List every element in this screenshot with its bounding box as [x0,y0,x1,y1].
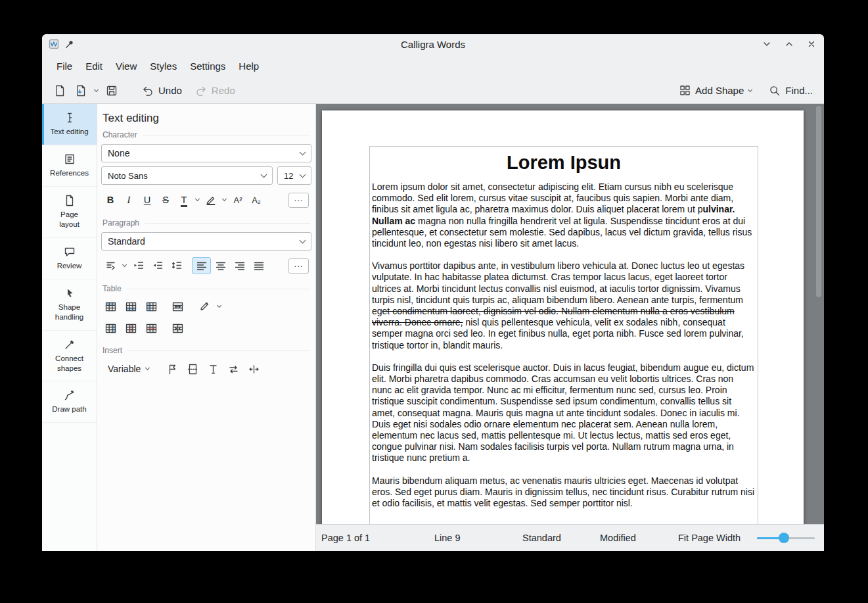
sidebar-item-references[interactable]: References [42,145,97,187]
text-segment: Duis fringilla dui quis est scelerisque … [372,362,754,464]
maximize-button[interactable] [783,38,795,50]
text-color-dropdown[interactable] [193,191,202,208]
underline-button[interactable]: U [138,191,156,208]
insert-text-frame-button[interactable] [204,360,223,377]
chevron-down-icon [217,303,221,308]
line-indicator: Line 9 [434,533,461,543]
menu-styles[interactable]: Styles [143,57,183,75]
increase-indent-button[interactable] [129,257,148,274]
menu-settings[interactable]: Settings [183,57,232,75]
menu-edit[interactable]: Edit [79,57,109,75]
main-toolbar: Undo Redo Add Shape Find... [42,78,824,104]
add-shape-button[interactable]: Add Shape [676,81,755,101]
autofit-button[interactable] [244,360,263,377]
delete-column-button[interactable] [122,320,141,337]
document-page[interactable]: Lorem Ipsun Lorem ipsum dolor sit amet, … [322,110,804,524]
chevron-down-icon [122,262,127,267]
sidebar-item-page-layout[interactable]: Page layout [42,187,97,238]
table-borders-button[interactable] [194,298,214,315]
font-family-dropdown[interactable]: Noto Sans [101,166,273,185]
menu-view[interactable]: View [109,57,143,75]
vertical-scrollbar[interactable] [815,106,822,522]
toggle-direction-button[interactable] [224,360,243,377]
insert-bookmark-button[interactable] [163,360,182,377]
font-size-dropdown[interactable]: 12 [277,166,311,185]
list-format-dropdown[interactable] [120,257,129,274]
new-document-button[interactable] [50,81,70,101]
sidebar-item-label: Draw path [52,404,86,414]
text-frame[interactable]: Lorem Ipsun Lorem ipsum dolor sit amet, … [369,146,758,524]
insert-variable-button[interactable]: Variable [101,360,156,377]
zoom-mode-button[interactable]: Fit Page Width [678,533,741,543]
titlebar[interactable]: Calligra Words [42,34,824,54]
save-button[interactable] [102,81,122,101]
insert-row-above-button[interactable] [101,298,120,315]
sidebar-item-shape-handling[interactable]: Shape handling [42,279,97,331]
zoom-slider-handle[interactable] [779,533,789,543]
find-button[interactable]: Find... [765,81,816,101]
undo-button[interactable]: Undo [139,81,185,101]
scrollbar-thumb[interactable] [816,106,821,297]
align-center-button[interactable] [211,257,230,274]
section-insert: Insert [103,346,310,355]
insert-row-below-button[interactable] [122,298,141,315]
redo-button[interactable]: Redo [192,81,239,101]
close-button[interactable] [806,38,817,50]
document-view: Lorem Ipsun Lorem ipsum dolor sit amet, … [316,104,824,551]
sidebar-item-review[interactable]: Review [42,238,97,279]
background-color-button[interactable] [202,191,220,208]
align-left-button[interactable] [192,257,211,274]
bold-button[interactable]: B [101,191,120,208]
decrease-indent-icon [152,260,164,272]
font-family-value: Noto Sans [108,171,148,181]
sidebar-item-draw-path[interactable]: Draw path [42,381,97,423]
menu-file[interactable]: File [50,57,79,75]
bookmark-flag-icon [167,364,178,375]
superscript-button[interactable]: A² [229,191,247,208]
insert-section-button[interactable] [183,360,202,377]
paragraph[interactable]: Lorem ipsum dolor sit amet, consectetur … [372,181,756,249]
paragraph-style-dropdown[interactable]: Standard [101,232,311,251]
split-cells-button[interactable] [168,320,187,337]
subscript-button[interactable]: A₂ [247,191,265,208]
undo-icon [142,85,154,97]
pin-icon[interactable] [64,39,74,49]
sidebar-item-connect-shapes[interactable]: Connect shapes [42,331,97,382]
menu-help[interactable]: Help [232,57,265,75]
character-style-dropdown[interactable]: None [101,144,311,162]
delete-row-button[interactable] [142,320,161,337]
zoom-slider[interactable] [757,532,815,544]
align-right-button[interactable] [230,257,249,274]
sidebar-item-text-editing[interactable]: Text editing [42,104,97,145]
decrease-indent-button[interactable] [148,257,167,274]
document-title[interactable]: Lorem Ipsun [372,152,756,174]
open-dropdown-button[interactable] [92,82,101,99]
merge-cells-icon [172,301,183,312]
align-justify-button[interactable] [249,257,268,274]
paragraph[interactable]: Vivamus porttitor dapibus ante, in vesti… [372,260,756,351]
increase-indent-icon [133,260,145,272]
document-canvas[interactable]: Lorem Ipsun Lorem ipsum dolor sit amet, … [316,104,824,524]
italic-button[interactable]: I [120,191,138,208]
list-format-button[interactable] [101,257,120,274]
text-editing-icon [64,112,76,124]
chevron-down-icon [195,197,200,201]
paragraph[interactable]: Mauris bibendum aliquam metus, ac venena… [372,475,756,510]
character-style-value: None [108,148,129,158]
open-document-button[interactable] [71,81,91,101]
merge-cells-button[interactable] [168,298,187,315]
tool-options-panel: Text editing Character None Noto Sans 12… [97,104,316,551]
paragraph[interactable]: Duis fringilla dui quis est scelerisque … [372,362,756,464]
paragraph-more-button[interactable]: ... [288,258,309,274]
insert-column-left-button[interactable] [142,298,161,315]
strikethrough-button[interactable]: S [156,191,175,208]
line-spacing-button[interactable] [167,257,186,274]
minimize-button[interactable] [761,38,773,50]
sidebar-item-label: Review [57,261,82,271]
insert-column-right-button[interactable] [101,320,120,337]
table-borders-dropdown[interactable] [215,298,223,315]
redo-icon [195,85,207,97]
text-color-button[interactable]: T [175,191,193,208]
background-color-dropdown[interactable] [220,191,229,208]
character-more-button[interactable]: ... [288,193,309,208]
